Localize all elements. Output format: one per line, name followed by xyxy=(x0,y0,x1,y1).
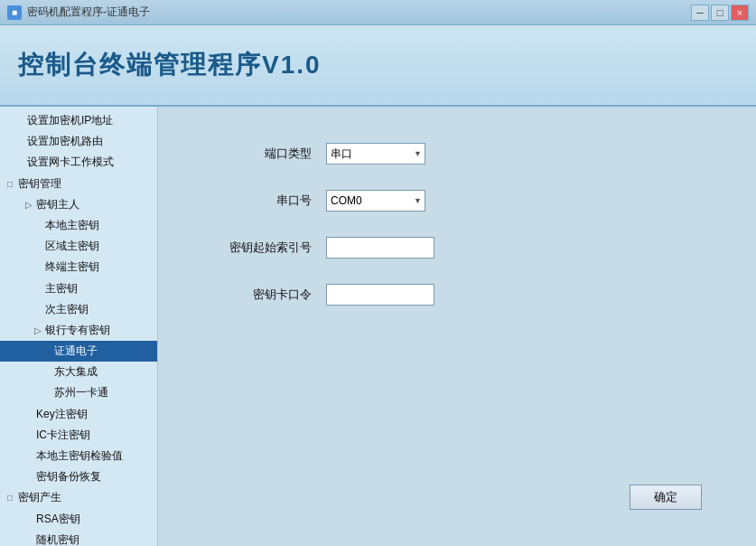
sidebar-item-rsa-key[interactable]: RSA密钥 xyxy=(0,509,157,530)
sidebar-item-label-secondary-key: 次主密钥 xyxy=(45,303,89,315)
sidebar-item-label-terminal-master-key: 终端主密钥 xyxy=(45,260,99,273)
sidebar-item-key-gen[interactable]: □ 密钥产生 xyxy=(0,487,157,508)
sidebar-item-label-zhongtong-elec: 证通电子 xyxy=(54,344,98,357)
expander-icon-bank-special-key: ▷ xyxy=(34,324,45,338)
expander-icon-key-owner: ▷ xyxy=(25,198,36,212)
port-type-row: 端口类型 串口 网口 xyxy=(212,143,702,165)
title-bar: ■ 密码机配置程序-证通电子 ─ □ × xyxy=(0,0,756,25)
sidebar-item-label-random-key: 随机密钥 xyxy=(36,533,79,546)
sidebar-item-label-suzhou-yikatong: 苏州一卡通 xyxy=(54,386,108,399)
expander-icon-key-mgmt: □ xyxy=(7,177,18,192)
sidebar-item-secondary-key[interactable]: 次主密钥 xyxy=(0,299,157,320)
sidebar-item-label-regional-master-key: 区域主密钥 xyxy=(45,240,99,252)
sidebar-item-set-route[interactable]: 设置加密机路由 xyxy=(0,131,157,152)
sidebar-item-label-ic-key-reg: IC卡注密钥 xyxy=(36,428,90,441)
port-type-label: 端口类型 xyxy=(212,146,312,162)
main-area: 设置加密机IP地址设置加密机路由设置网卡工作模式□ 密钥管理▷ 密钥主人本地主密… xyxy=(0,107,756,546)
sidebar-item-key-backup-restore[interactable]: 密钥备份恢复 xyxy=(0,466,157,487)
sidebar-item-label-bank-special-key: 银行专有密钥 xyxy=(45,324,110,336)
sidebar-item-label-key-reg: Key注密钥 xyxy=(36,408,88,420)
com-number-label: 串口号 xyxy=(212,193,312,209)
window-controls: ─ □ × xyxy=(691,5,749,21)
sidebar-item-label-key-backup-restore: 密钥备份恢复 xyxy=(36,470,101,483)
sidebar-item-regional-master-key[interactable]: 区域主密钥 xyxy=(0,236,157,257)
key-start-index-input[interactable] xyxy=(326,237,434,259)
close-button[interactable]: × xyxy=(731,5,749,21)
sidebar-item-label-rsa-key: RSA密钥 xyxy=(36,513,80,525)
sidebar-item-label-key-owner: 密钥主人 xyxy=(36,198,79,211)
sidebar-item-label-master-key: 主密钥 xyxy=(45,282,78,295)
sidebar-item-key-owner[interactable]: ▷ 密钥主人 xyxy=(0,194,157,215)
key-start-index-label: 密钥起始索引号 xyxy=(212,240,312,256)
sidebar-item-local-master-key[interactable]: 本地主密钥 xyxy=(0,215,157,236)
com-number-row: 串口号 COM0 COM1 COM2 COM3 xyxy=(212,190,702,212)
sidebar-item-label-local-key-check: 本地主密钥检验值 xyxy=(36,449,123,462)
sidebar-item-key-reg[interactable]: Key注密钥 xyxy=(0,404,157,425)
sidebar-item-label-set-route: 设置加密机路由 xyxy=(27,135,103,147)
sidebar-item-bank-special-key[interactable]: ▷ 银行专有密钥 xyxy=(0,320,157,341)
card-password-row: 密钥卡口令 xyxy=(212,284,702,306)
com-number-select[interactable]: COM0 COM1 COM2 COM3 xyxy=(326,190,425,212)
sidebar-item-label-local-master-key: 本地主密钥 xyxy=(45,219,99,231)
app-title: 控制台终端管理程序V1.0 xyxy=(18,48,322,82)
minimize-button[interactable]: ─ xyxy=(691,5,709,21)
com-number-select-wrapper[interactable]: COM0 COM1 COM2 COM3 xyxy=(326,190,425,212)
sidebar-item-zhongtong-elec[interactable]: 证通电子 xyxy=(0,341,157,362)
sidebar-item-local-key-check[interactable]: 本地主密钥检验值 xyxy=(0,446,157,466)
port-type-select[interactable]: 串口 网口 xyxy=(326,143,425,165)
sidebar-item-suzhou-yikatong[interactable]: 苏州一卡通 xyxy=(0,382,157,403)
sidebar-item-label-dongda-jicheng: 东大集成 xyxy=(54,365,98,378)
sidebar-item-key-mgmt[interactable]: □ 密钥管理 xyxy=(0,174,157,194)
sidebar-item-label-key-mgmt: 密钥管理 xyxy=(18,177,61,190)
sidebar-item-set-netcard[interactable]: 设置网卡工作模式 xyxy=(0,152,157,173)
window-title: 密码机配置程序-证通电子 xyxy=(27,5,691,20)
card-password-input[interactable] xyxy=(326,284,434,306)
sidebar-item-master-key[interactable]: 主密钥 xyxy=(0,278,157,299)
port-type-select-wrapper[interactable]: 串口 网口 xyxy=(326,143,425,165)
sidebar-item-set-ip[interactable]: 设置加密机IP地址 xyxy=(0,110,157,131)
confirm-button[interactable]: 确定 xyxy=(630,485,702,510)
key-start-index-row: 密钥起始索引号 xyxy=(212,237,702,259)
card-password-label: 密钥卡口令 xyxy=(212,287,312,303)
sidebar-item-dongda-jicheng[interactable]: 东大集成 xyxy=(0,362,157,382)
sidebar-item-label-key-gen: 密钥产生 xyxy=(18,491,61,504)
sidebar-item-ic-key-reg[interactable]: IC卡注密钥 xyxy=(0,425,157,446)
content-area: 端口类型 串口 网口 串口号 COM0 COM1 COM2 COM3 xyxy=(158,107,756,546)
sidebar-item-label-set-netcard: 设置网卡工作模式 xyxy=(27,155,114,168)
window-icon: ■ xyxy=(7,5,22,20)
app-header: 控制台终端管理程序V1.0 xyxy=(0,25,756,107)
expander-icon-key-gen: □ xyxy=(7,491,18,505)
sidebar-item-label-set-ip: 设置加密机IP地址 xyxy=(27,114,113,127)
maximize-button[interactable]: □ xyxy=(711,5,729,21)
sidebar-item-random-key[interactable]: 随机密钥 xyxy=(0,530,157,546)
sidebar-item-terminal-master-key[interactable]: 终端主密钥 xyxy=(0,257,157,278)
sidebar[interactable]: 设置加密机IP地址设置加密机路由设置网卡工作模式□ 密钥管理▷ 密钥主人本地主密… xyxy=(0,107,158,546)
